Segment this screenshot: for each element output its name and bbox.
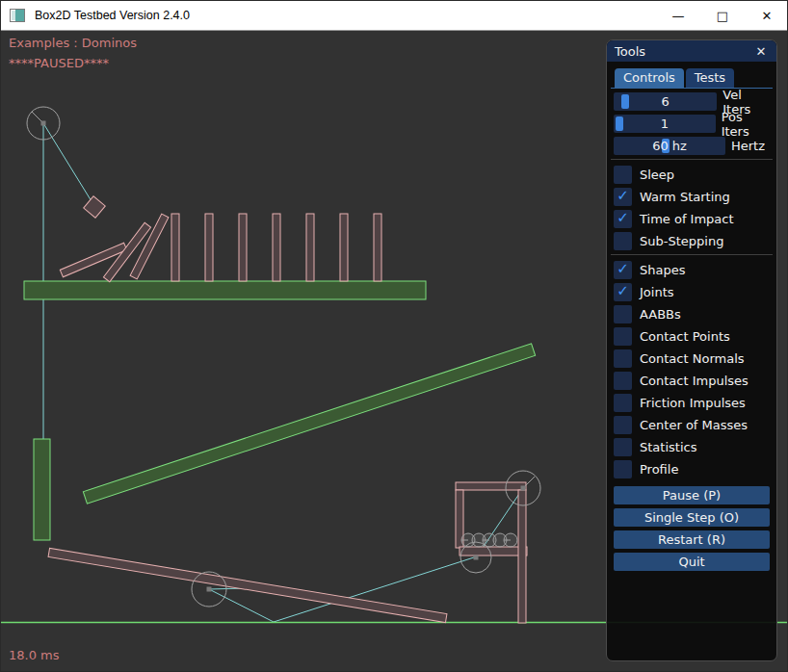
checkbox-sub-stepping[interactable]: ✓ Sub-Stepping: [614, 232, 770, 250]
checkbox-box[interactable]: ✓: [614, 232, 632, 250]
joint-anchors: [41, 121, 526, 592]
checkbox-label: Time of Impact: [640, 212, 734, 226]
tools-panel-titlebar[interactable]: Tools ✕: [607, 40, 776, 62]
quit-button[interactable]: Quit: [614, 553, 770, 571]
checkbox-label: Center of Masses: [640, 418, 748, 432]
checkbox-contact-normals[interactable]: ✓ Contact Normals: [614, 349, 770, 368]
checkbox-box[interactable]: ✓: [614, 305, 632, 323]
restart-button[interactable]: Restart (R): [614, 530, 770, 549]
checkbox-center-of-masses[interactable]: ✓ Center of Masses: [614, 416, 770, 434]
hertz-slider[interactable]: 60 hz: [614, 137, 725, 155]
hertz-label: Hertz: [731, 139, 765, 153]
dynamic-bodies: [48, 196, 527, 623]
slider-row-hertz: 60 hz Hertz: [614, 137, 770, 155]
window-titlebar: Box2D Testbed Version 2.4.0 — □ ✕: [1, 1, 788, 31]
checkbox-contact-impulses[interactable]: ✓ Contact Impulses: [614, 372, 770, 390]
pos-iters-slider[interactable]: 1: [614, 115, 716, 133]
checkbox-label: Statistics: [640, 440, 696, 454]
checkbox-friction-impulses[interactable]: ✓ Friction Impulses: [614, 394, 770, 412]
checkbox-shapes[interactable]: ✓ Shapes: [614, 261, 770, 279]
app-icon: [10, 9, 25, 22]
checkbox-contact-points[interactable]: ✓ Contact Points: [614, 327, 770, 346]
tools-close-icon[interactable]: ✕: [753, 44, 769, 59]
checkbox-box[interactable]: ✓: [614, 438, 632, 456]
checkbox-box[interactable]: ✓: [614, 372, 632, 390]
close-button[interactable]: ✕: [745, 1, 788, 30]
checkbox-label: Contact Impulses: [640, 374, 749, 388]
checkbox-box[interactable]: ✓: [614, 210, 632, 228]
check-icon: ✓: [617, 189, 629, 203]
checkbox-box[interactable]: ✓: [614, 460, 632, 478]
pos-iters-value: 1: [614, 115, 716, 133]
checkbox-label: AABBs: [640, 307, 681, 322]
checkbox-box[interactable]: ✓: [614, 188, 632, 206]
separator: [611, 159, 773, 160]
checkbox-label: Sleep: [640, 168, 674, 182]
checkbox-profile[interactable]: ✓ Profile: [614, 460, 770, 478]
checkbox-box[interactable]: ✓: [614, 166, 632, 184]
check-icon: ✓: [617, 284, 629, 298]
paused-label: ****PAUSED****: [9, 56, 109, 70]
window-title: Box2D Testbed Version 2.4.0: [35, 9, 190, 22]
slider-row-pos-iters: 1 Pos Iters: [614, 115, 770, 133]
vel-iters-slider[interactable]: 6: [614, 92, 717, 111]
single-step-button[interactable]: Single Step (O): [614, 508, 770, 527]
tab-bar: Controls Tests: [614, 68, 770, 88]
tab-tests[interactable]: Tests: [686, 68, 734, 88]
minimize-button[interactable]: —: [656, 1, 700, 30]
checkbox-warm-starting[interactable]: ✓ Warm Starting: [614, 188, 770, 206]
checkbox-label: Sub-Stepping: [640, 234, 723, 248]
pos-iters-label: Pos Iters: [722, 110, 770, 139]
separator: [611, 254, 773, 255]
checkbox-label: Profile: [640, 462, 678, 477]
vel-iters-value: 6: [614, 92, 717, 111]
check-icon: ✓: [617, 211, 629, 225]
checkbox-label: Contact Points: [640, 329, 730, 344]
checkbox-box[interactable]: ✓: [614, 261, 632, 279]
checkbox-aabbs[interactable]: ✓ AABBs: [614, 305, 770, 323]
checkbox-label: Contact Normals: [640, 351, 745, 366]
pause-button[interactable]: Pause (P): [614, 486, 770, 504]
example-label: Examples : Dominos: [9, 36, 137, 50]
checkbox-label: Warm Starting: [640, 190, 730, 204]
checkbox-box[interactable]: ✓: [614, 349, 632, 368]
frame-time-label: 18.0 ms: [9, 648, 60, 662]
slider-row-vel-iters: 6 Vel Iters: [614, 92, 770, 111]
checkbox-label: Friction Impulses: [640, 396, 746, 410]
checkbox-box[interactable]: ✓: [614, 394, 632, 412]
checkbox-box[interactable]: ✓: [614, 327, 632, 346]
checkbox-time-of-impact[interactable]: ✓ Time of Impact: [614, 210, 770, 228]
checkbox-statistics[interactable]: ✓ Statistics: [614, 438, 770, 456]
tools-panel: Tools ✕ Controls Tests 6 Vel Iters 1: [606, 39, 777, 661]
checkbox-box[interactable]: ✓: [614, 283, 632, 301]
checkbox-label: Joints: [640, 285, 674, 299]
tab-controls[interactable]: Controls: [615, 68, 684, 88]
tools-panel-title: Tools: [615, 44, 645, 59]
checkbox-box[interactable]: ✓: [614, 416, 632, 434]
maximize-button[interactable]: □: [700, 1, 745, 30]
check-icon: ✓: [617, 262, 629, 276]
checkbox-sleep[interactable]: ✓ Sleep: [614, 166, 770, 184]
checkbox-label: Shapes: [640, 263, 685, 277]
checkbox-joints[interactable]: ✓ Joints: [614, 283, 770, 301]
hertz-value: 60 hz: [614, 137, 725, 155]
